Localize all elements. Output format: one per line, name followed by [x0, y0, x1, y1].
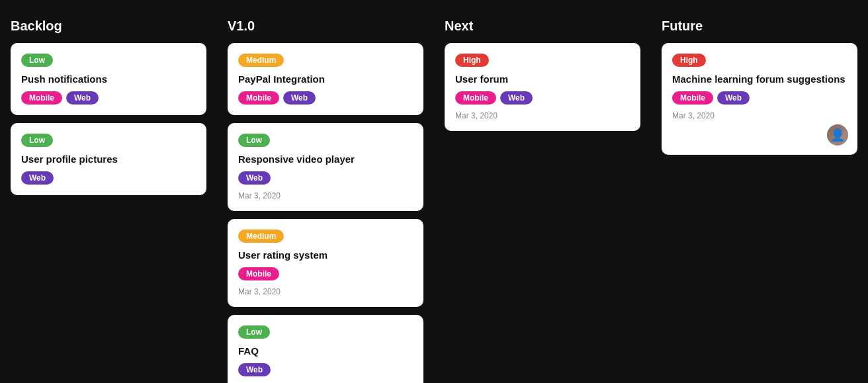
tag-web[interactable]: Web — [283, 91, 316, 105]
tag-web[interactable]: Web — [717, 91, 750, 105]
column-title-backlog: Backlog — [11, 19, 206, 34]
card-date: Mar 3, 2020 — [672, 111, 847, 120]
column-title-future: Future — [662, 19, 857, 34]
card-title: Machine learning forum suggestions — [672, 73, 847, 85]
card-tags: MobileWeb — [672, 91, 847, 105]
card-date: Mar 3, 2020 — [455, 111, 630, 120]
card-card-paypal[interactable]: MediumPayPal IntegrationMobileWeb — [228, 43, 423, 115]
priority-badge: Low — [238, 134, 270, 147]
tag-mobile[interactable]: Mobile — [238, 91, 279, 105]
card-tags: Web — [21, 171, 196, 185]
card-tags: Web — [238, 171, 413, 185]
priority-badge: Medium — [238, 230, 284, 243]
card-date: Mar 3, 2020 — [238, 191, 413, 200]
priority-badge: High — [455, 54, 489, 67]
tag-web[interactable]: Web — [66, 91, 99, 105]
card-card-user-forum[interactable]: HighUser forumMobileWebMar 3, 2020 — [445, 43, 640, 131]
tag-mobile[interactable]: Mobile — [672, 91, 713, 105]
card-tags: MobileWeb — [21, 91, 196, 105]
priority-badge: Low — [21, 54, 53, 67]
card-card-responsive-video[interactable]: LowResponsive video playerWebMar 3, 2020 — [228, 123, 423, 211]
cards-container-backlog: LowPush notificationsMobileWebLowUser pr… — [11, 43, 206, 195]
priority-badge: Medium — [238, 54, 284, 67]
card-card-push-notif[interactable]: LowPush notificationsMobileWeb — [11, 43, 206, 115]
cards-container-next: HighUser forumMobileWebMar 3, 2020 — [445, 43, 640, 131]
card-title: Push notifications — [21, 73, 196, 85]
card-card-faq[interactable]: LowFAQWebMar 3, 2020 — [228, 315, 423, 383]
cards-container-future: HighMachine learning forum suggestionsMo… — [662, 43, 857, 155]
card-tags: Mobile — [238, 267, 413, 280]
tag-web[interactable]: Web — [238, 363, 271, 376]
tag-web[interactable]: Web — [238, 171, 271, 185]
priority-badge: Low — [238, 325, 270, 339]
column-title-next: Next — [445, 19, 640, 34]
card-card-ml-forum[interactable]: HighMachine learning forum suggestionsMo… — [662, 43, 857, 155]
card-title: PayPal Integration — [238, 73, 413, 85]
column-backlog: BacklogLowPush notificationsMobileWebLow… — [0, 11, 217, 383]
tag-mobile[interactable]: Mobile — [455, 91, 496, 105]
board: BacklogLowPush notificationsMobileWebLow… — [0, 0, 868, 383]
card-title: User forum — [455, 73, 630, 85]
card-title: FAQ — [238, 345, 413, 357]
card-date: Mar 3, 2020 — [238, 287, 413, 296]
priority-badge: High — [672, 54, 706, 67]
tag-mobile[interactable]: Mobile — [21, 91, 62, 105]
column-v1: V1.0MediumPayPal IntegrationMobileWebLow… — [217, 11, 434, 383]
tag-mobile[interactable]: Mobile — [238, 267, 279, 280]
card-title: User rating system — [238, 249, 413, 261]
card-title: Responsive video player — [238, 153, 413, 165]
card-tags: MobileWeb — [455, 91, 630, 105]
column-next: NextHighUser forumMobileWebMar 3, 2020 — [434, 11, 651, 383]
card-card-user-profile[interactable]: LowUser profile picturesWeb — [11, 123, 206, 195]
card-title: User profile pictures — [21, 153, 196, 165]
cards-container-v1: MediumPayPal IntegrationMobileWebLowResp… — [228, 43, 423, 383]
card-tags: Web — [238, 363, 413, 376]
column-title-v1: V1.0 — [228, 19, 423, 34]
card-card-user-rating[interactable]: MediumUser rating systemMobileMar 3, 202… — [228, 219, 423, 307]
card-tags: MobileWeb — [238, 91, 413, 105]
priority-badge: Low — [21, 134, 53, 147]
column-future: FutureHighMachine learning forum suggest… — [651, 11, 868, 383]
tag-web[interactable]: Web — [21, 171, 54, 185]
avatar: 👤 — [827, 124, 848, 146]
tag-web[interactable]: Web — [500, 91, 533, 105]
